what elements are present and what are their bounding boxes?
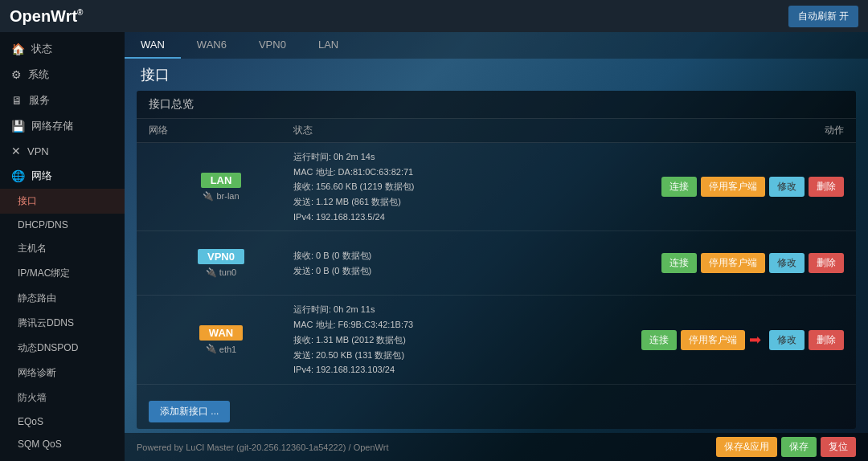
ethernet-icon: 🔌 xyxy=(206,267,217,278)
iface-badge-lan: LAN xyxy=(201,173,242,188)
connect-button-wan[interactable]: 连接 xyxy=(641,330,677,350)
sidebar-item-sqm[interactable]: SQM QoS xyxy=(0,433,125,455)
iface-cell-lan: LAN 🔌 br-lan xyxy=(149,173,293,202)
action-cell-lan: 连接 停用客户端 修改 删除 xyxy=(603,177,844,197)
sidebar-item-eqos[interactable]: EQoS xyxy=(0,410,125,433)
sidebar-item-ipmac[interactable]: IP/MAC绑定 xyxy=(0,261,125,286)
iface-badge-wan: WAN xyxy=(199,325,243,341)
monitor-icon: 🖥 xyxy=(11,94,23,107)
storage-icon: 💾 xyxy=(11,120,25,133)
connect-button-vpn0[interactable]: 连接 xyxy=(661,253,697,273)
sidebar-item-firewall[interactable]: 防火墙 xyxy=(0,386,125,410)
table-header: 网络 状态 动作 xyxy=(137,119,856,143)
arrow-indicator: ➡ xyxy=(749,331,761,349)
gear-icon: ⚙ xyxy=(11,68,22,81)
sidebar-item-status[interactable]: 🏠 状态 xyxy=(0,36,125,62)
save-apply-button[interactable]: 保存&应用 xyxy=(716,437,777,457)
sidebar-item-storage[interactable]: 💾 网络存储 xyxy=(0,113,125,139)
connect-button-lan[interactable]: 连接 xyxy=(661,177,697,197)
tab-wan[interactable]: WAN xyxy=(125,32,181,59)
reset-button[interactable]: 复位 xyxy=(821,437,856,457)
sidebar-item-traffic[interactable]: 流量统计 xyxy=(0,455,125,461)
sidebar-item-network[interactable]: 🌐 网络 xyxy=(0,163,125,189)
network-icon: 🌐 xyxy=(11,169,25,182)
footer: Powered by LuCI Master (git-20.256.12360… xyxy=(125,433,868,461)
iface-cell-wan: WAN 🔌 eth1 xyxy=(149,325,293,354)
sidebar-item-dhcp[interactable]: DHCP/DNS xyxy=(0,214,125,236)
footer-powered-by: Powered by LuCI Master (git-20.256.12360… xyxy=(137,443,388,452)
main-content: WAN WAN6 VPN0 LAN 接口 接口总览 网络 状态 动作 xyxy=(125,32,868,461)
sidebar-item-system[interactable]: ⚙ 系统 xyxy=(0,62,125,88)
footer-actions: 保存&应用 保存 复位 xyxy=(716,437,856,457)
status-cell-wan6: 运行时间: 0h 2m 11s MAC 地址: F6:9B:C3:42:1B:7… xyxy=(293,391,603,394)
sidebar: 🏠 状态 ⚙ 系统 🖥 服务 💾 网络存储 ✕ VPN 🌐 网络 接口 DHCP… xyxy=(0,32,125,461)
table-row: VPN0 🔌 tun0 接收: 0 B (0 数据包) 发送: 0 B (0 数… xyxy=(137,231,856,296)
save-button[interactable]: 保存 xyxy=(781,437,817,457)
main-area: WAN WAN6 VPN0 LAN 接口 接口总览 网络 状态 动作 xyxy=(125,32,868,461)
tab-lan[interactable]: LAN xyxy=(302,32,354,59)
sidebar-item-service[interactable]: 🖥 服务 xyxy=(0,88,125,113)
body-wrap: 🏠 状态 ⚙ 系统 🖥 服务 💾 网络存储 ✕ VPN 🌐 网络 接口 DHCP… xyxy=(0,32,868,461)
interface-table: LAN 🔌 br-lan 运行时间: 0h 2m 14s MAC 地址: DA:… xyxy=(137,143,856,394)
ethernet-icon: 🔌 xyxy=(203,191,214,202)
sidebar-item-vpn[interactable]: ✕ VPN xyxy=(0,139,125,163)
header-action: 动作 xyxy=(603,124,844,137)
header-network: 网络 xyxy=(149,124,293,137)
auto-refresh-button[interactable]: 自动刷新 开 xyxy=(788,6,858,27)
delete-button-vpn0[interactable]: 删除 xyxy=(809,253,844,273)
action-cell-wan: 连接 停用客户端 ➡ 修改 删除 xyxy=(603,330,844,350)
iface-dev-vpn0: 🔌 tun0 xyxy=(206,267,236,278)
panel: 接口总览 网络 状态 动作 LAN 🔌 br-lan xyxy=(137,91,856,429)
top-bar: OpenWrt® 自动刷新 开 xyxy=(0,0,868,32)
sidebar-item-ddns[interactable]: 腾讯云DDNS xyxy=(0,311,125,336)
status-cell-lan: 运行时间: 0h 2m 14s MAC 地址: DA:81:0C:63:82:7… xyxy=(293,149,603,224)
header-status: 状态 xyxy=(293,124,603,137)
status-cell-vpn0: 接收: 0 B (0 数据包) 发送: 0 B (0 数据包) xyxy=(293,248,603,278)
add-interface-button[interactable]: 添加新接口 ... xyxy=(149,401,230,422)
disable-button-lan[interactable]: 停用客户端 xyxy=(701,177,765,197)
tab-bar: WAN WAN6 VPN0 LAN xyxy=(125,32,868,59)
sidebar-item-diag[interactable]: 网络诊断 xyxy=(0,361,125,386)
iface-dev-wan: 🔌 eth1 xyxy=(206,344,236,354)
table-row: WAN 🔌 eth1 运行时间: 0h 2m 11s MAC 地址: F6:9B… xyxy=(137,296,856,384)
ethernet-icon: 🔌 xyxy=(206,344,217,354)
tab-wan6[interactable]: WAN6 xyxy=(181,32,243,59)
disable-button-vpn0[interactable]: 停用客户端 xyxy=(701,253,765,273)
iface-dev-lan: 🔌 br-lan xyxy=(203,191,239,202)
disable-button-wan[interactable]: 停用客户端 xyxy=(681,330,745,350)
home-icon: 🏠 xyxy=(11,43,25,55)
edit-button-lan[interactable]: 修改 xyxy=(769,177,805,197)
action-cell-vpn0: 连接 停用客户端 修改 删除 xyxy=(603,253,844,273)
sidebar-item-interface[interactable]: 接口 xyxy=(0,189,125,214)
delete-button-lan[interactable]: 删除 xyxy=(809,177,844,197)
panel-title: 接口总览 xyxy=(137,91,856,119)
iface-cell-vpn0: VPN0 🔌 tun0 xyxy=(149,249,293,278)
vpn-icon: ✕ xyxy=(11,145,21,157)
status-cell-wan: 运行时间: 0h 2m 11s MAC 地址: F6:9B:C3:42:1B:7… xyxy=(293,302,603,377)
edit-button-wan[interactable]: 修改 xyxy=(769,330,805,350)
sidebar-item-dnspod[interactable]: 动态DNSPOD xyxy=(0,336,125,361)
logo: OpenWrt® xyxy=(10,7,83,26)
sidebar-item-static-route[interactable]: 静态路由 xyxy=(0,286,125,311)
page-title: 接口 xyxy=(125,59,868,91)
sidebar-item-hostname[interactable]: 主机名 xyxy=(0,236,125,261)
iface-badge-vpn0: VPN0 xyxy=(198,249,244,264)
edit-button-vpn0[interactable]: 修改 xyxy=(769,253,805,273)
tab-vpn0[interactable]: VPN0 xyxy=(243,32,302,59)
table-row: LAN 🔌 br-lan 运行时间: 0h 2m 14s MAC 地址: DA:… xyxy=(137,143,856,231)
delete-button-wan[interactable]: 删除 xyxy=(809,330,844,350)
table-row: WAN6 🔌 eth1 运行时间: 0h 2m 11s MAC 地址: F6:9… xyxy=(137,385,856,394)
